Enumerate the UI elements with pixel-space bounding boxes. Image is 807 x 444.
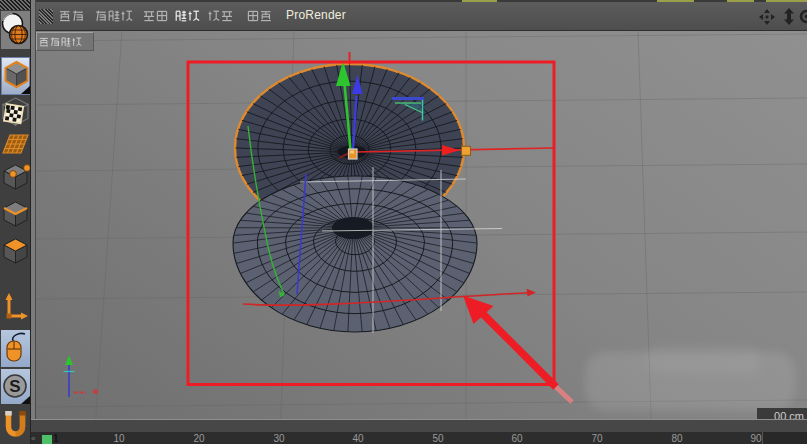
- svg-text:S: S: [9, 377, 20, 396]
